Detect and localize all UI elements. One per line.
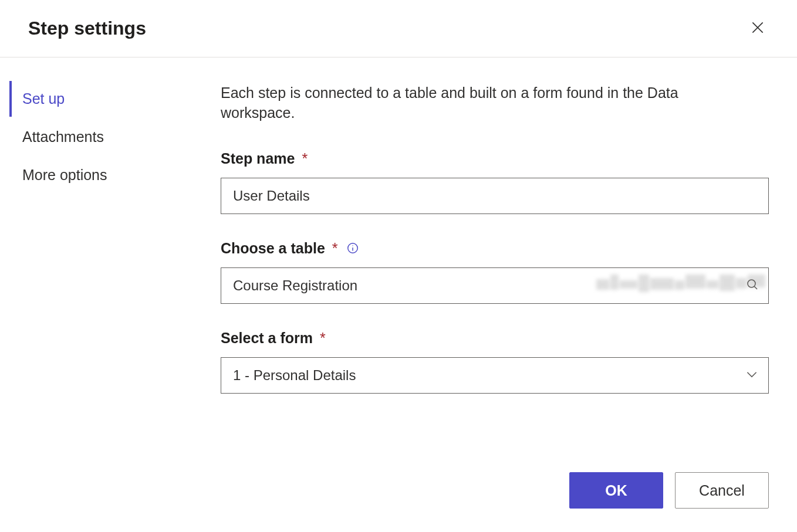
sidebar-item-setup[interactable]: Set up [9,81,200,117]
info-icon[interactable] [346,242,359,255]
label-text: Step name [221,150,295,167]
field-step-name: Step name * [221,150,769,214]
close-icon [750,20,765,37]
sidebar-item-label: Set up [22,90,65,107]
choose-table-lookup[interactable] [221,267,769,304]
dialog-body: Set up Attachments More options Each ste… [0,57,797,532]
choose-table-input[interactable] [221,267,769,304]
sidebar-item-label: Attachments [22,128,104,145]
ok-button[interactable]: OK [569,472,663,509]
field-select-form: Select a form * 1 - Personal Details [221,330,769,394]
select-form-label: Select a form * [221,330,326,347]
sidebar: Set up Attachments More options [0,57,200,532]
step-name-label: Step name * [221,150,308,167]
panel-description: Each step is connected to a table and bu… [221,83,737,123]
step-settings-dialog: Step settings Set up Attachments More op… [0,0,797,532]
required-indicator: * [332,240,338,257]
dialog-title: Step settings [28,18,146,39]
sidebar-item-more-options[interactable]: More options [9,157,200,193]
label-text: Select a form [221,330,313,347]
select-form-dropdown[interactable]: 1 - Personal Details [221,357,769,394]
svg-point-4 [352,245,353,246]
required-indicator: * [302,150,308,167]
step-name-input[interactable] [221,178,769,214]
content-panel: Each step is connected to a table and bu… [200,57,797,532]
label-text: Choose a table [221,240,325,257]
select-form-value[interactable]: 1 - Personal Details [221,357,769,394]
sidebar-item-label: More options [22,167,107,183]
dialog-footer: OK Cancel [569,472,769,509]
dialog-header: Step settings [0,0,797,57]
sidebar-item-attachments[interactable]: Attachments [9,119,200,155]
required-indicator: * [320,330,326,347]
close-button[interactable] [747,16,769,40]
choose-table-label: Choose a table * [221,240,359,257]
cancel-button[interactable]: Cancel [675,472,769,509]
field-choose-table: Choose a table * [221,240,769,304]
